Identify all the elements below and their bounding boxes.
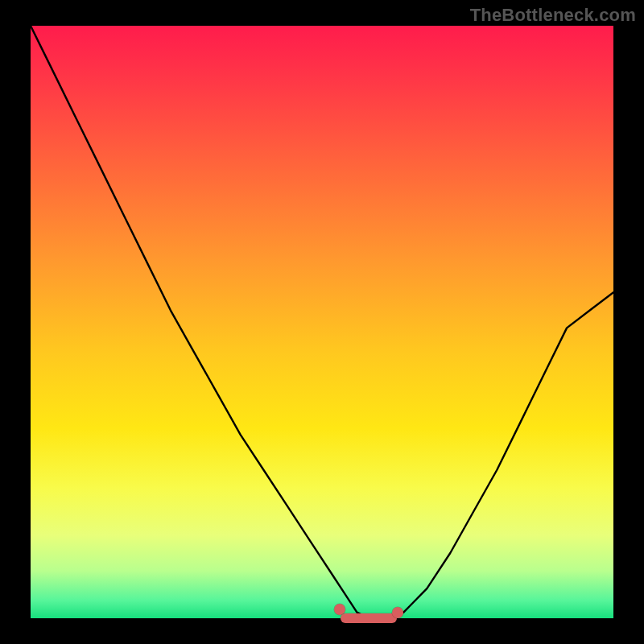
bottleneck-curve xyxy=(31,26,613,618)
chart-frame: TheBottleneck.com xyxy=(0,0,644,644)
plot-area xyxy=(31,26,613,618)
curve-path xyxy=(31,26,613,618)
watermark-text: TheBottleneck.com xyxy=(470,5,636,26)
